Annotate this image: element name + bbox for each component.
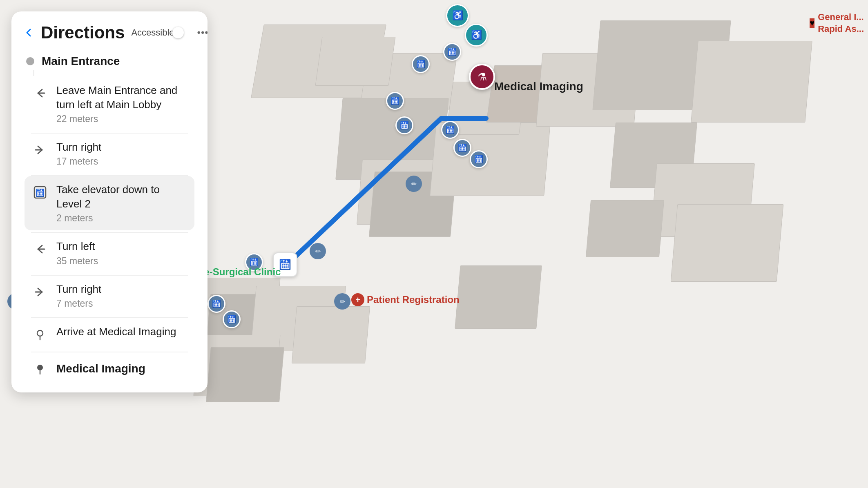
- origin-row: Main Entrance: [25, 55, 194, 68]
- accessible-label: Accessible: [131, 27, 174, 38]
- svg-text:🛗: 🛗: [36, 188, 45, 197]
- label-medical-imaging: Medical Imaging: [494, 80, 583, 93]
- edit-icon-3: ✏: [334, 293, 350, 310]
- step-text-3: Take elevator down to Level 2 2 meters: [56, 183, 188, 224]
- poi-elevator-7: 🛗: [470, 150, 488, 168]
- poi-bottom-2: 🛗: [208, 295, 225, 313]
- edit-icon-2: ✏: [406, 176, 422, 192]
- edit-icon-1: ✏: [310, 243, 326, 259]
- destination-pin: ⚗: [469, 64, 495, 90]
- page-title: Directions: [41, 23, 125, 42]
- sidebar-panel: Directions Accessible ••• Main Entrance …: [11, 11, 208, 392]
- svg-point-3: [37, 365, 43, 370]
- step-icon-5: [31, 283, 49, 301]
- poi-elevator-3: 🛗: [386, 92, 404, 110]
- origin-dot: [26, 57, 34, 65]
- step-icon-3: 🛗: [31, 183, 49, 201]
- directions-content: Main Entrance Leave Main Entrance and tu…: [11, 51, 208, 392]
- poi-elevator-2: 🛗: [412, 55, 430, 73]
- destination-icon: [31, 360, 49, 378]
- step-row-3[interactable]: 🛗 Take elevator down to Level 2 2 meters: [25, 176, 194, 230]
- destination-label: Medical Imaging: [56, 362, 145, 375]
- step-icon-2: [31, 141, 49, 159]
- back-button[interactable]: [23, 24, 34, 42]
- step-row-5[interactable]: Turn right 7 meters: [25, 276, 194, 316]
- sidebar-header: Directions Accessible •••: [11, 11, 208, 51]
- step-row-1[interactable]: Leave Main Entrance and turn left at Mai…: [25, 77, 194, 131]
- label-general-rapid: ♥ General I...Rapid As...: [810, 11, 864, 35]
- step-row-6[interactable]: Arrive at Medical Imaging: [25, 318, 194, 350]
- poi-elevator-1: 🛗: [443, 43, 461, 61]
- destination-row: Medical Imaging: [25, 352, 194, 379]
- step-text-5: Turn right 7 meters: [56, 282, 188, 309]
- label-patient-registration: + Patient Registration: [351, 293, 460, 306]
- step-text-6: Arrive at Medical Imaging: [56, 325, 188, 339]
- step-icon-4: [31, 240, 49, 258]
- step-icon-1: [31, 84, 49, 102]
- step-text-2: Turn right 17 meters: [56, 140, 188, 167]
- step-icon-6: [31, 325, 49, 343]
- poi-elevator-5: 🛗: [441, 121, 459, 139]
- step-row-4[interactable]: Turn left 35 meters: [25, 233, 194, 273]
- poi-teal-1: ♿: [446, 4, 469, 27]
- step-text-1: Leave Main Entrance and turn left at Mai…: [56, 83, 188, 125]
- step-row-2[interactable]: Turn right 17 meters: [25, 134, 194, 174]
- poi-teal-2: ♿: [465, 24, 488, 47]
- poi-bottom-3: 🛗: [223, 310, 241, 328]
- svg-point-2: [37, 330, 43, 336]
- poi-elevator-6: 🛗: [453, 139, 471, 157]
- poi-elevator-4: 🛗: [395, 116, 413, 134]
- step-text-4: Turn left 35 meters: [56, 239, 188, 266]
- more-button[interactable]: •••: [197, 25, 208, 40]
- origin-label: Main Entrance: [42, 55, 120, 68]
